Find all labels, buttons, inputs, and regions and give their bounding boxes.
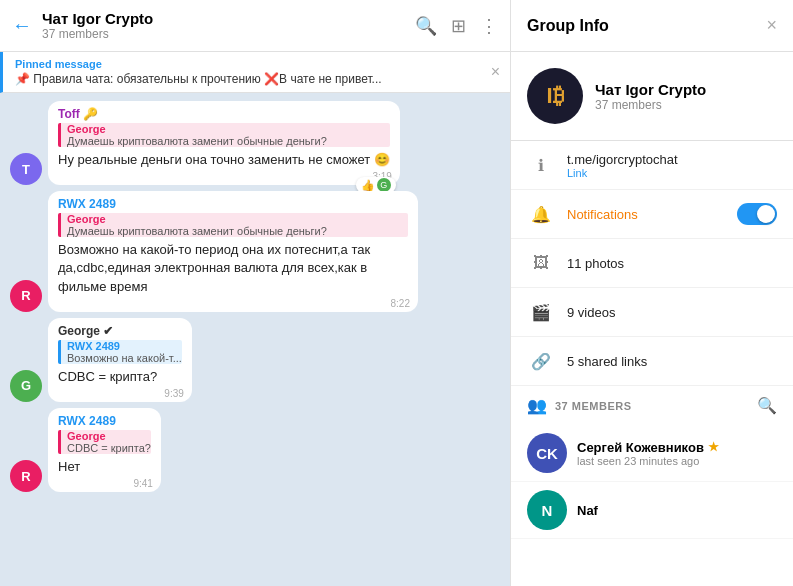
table-row: R RWX 2489 George Думаешь криптовалюта з… [10, 191, 500, 312]
member-status: last seen 23 minutes ago [577, 455, 777, 467]
link-row[interactable]: ℹ t.me/igorcryptochat Link [511, 141, 793, 190]
videos-label: 9 videos [567, 305, 615, 320]
quote-text: Думаешь криптовалюта заменит обычные ден… [67, 225, 367, 237]
layout-icon[interactable]: ⊞ [451, 15, 466, 37]
notifications-row[interactable]: 🔔 Notifications [511, 190, 793, 239]
quote-author: RWX 2489 [67, 340, 182, 352]
sender-name: Toff 🔑 [58, 107, 390, 121]
group-member-count: 37 members [595, 98, 706, 112]
link-label: Link [567, 167, 777, 179]
chat-header: ← Чат Igor Crypto 37 members 🔍 ⊞ ⋮ [0, 0, 510, 52]
message-time: 8:22 [391, 298, 410, 309]
notifications-content: Notifications [567, 207, 725, 222]
avatar: T [10, 153, 42, 185]
chat-members-count: 37 members [42, 27, 415, 41]
chat-header-info: Чат Igor Crypto 37 members [42, 10, 415, 41]
chat-area: T Toff 🔑 George Думаешь криптовалюта зам… [0, 93, 510, 586]
member-info: Naf [577, 503, 777, 518]
pinned-close-button[interactable]: × [491, 63, 500, 81]
sender-name: RWX 2489 [58, 414, 151, 428]
table-row: R RWX 2489 George CDBC = крипта? Нет 9:4… [10, 408, 500, 492]
sender-name: George ✔ [58, 324, 182, 338]
message-bubble: RWX 2489 George CDBC = крипта? Нет 9:41 [48, 408, 161, 492]
message-time: 9:41 [133, 478, 152, 489]
bell-icon: 🔔 [527, 200, 555, 228]
message-text: Ну реальные деньги она точно заменить не… [58, 151, 390, 169]
chat-title: Чат Igor Crypto [42, 10, 415, 27]
more-icon[interactable]: ⋮ [480, 15, 498, 37]
videos-row[interactable]: 🎬 9 videos [511, 288, 793, 337]
member-search-icon[interactable]: 🔍 [757, 396, 777, 415]
toggle-circle [757, 205, 775, 223]
message-text: Возможно на какой-то период она их потес… [58, 241, 408, 296]
members-count-label: 37 MEMBERS [555, 400, 632, 412]
video-icon: 🎬 [527, 298, 555, 326]
message-text: CDBC = крипта? [58, 368, 182, 386]
photos-label: 11 photos [567, 256, 624, 271]
shared-links-label: 5 shared links [567, 354, 647, 369]
star-icon: ★ [708, 440, 719, 454]
photos-row[interactable]: 🖼 11 photos [511, 239, 793, 288]
quote-author: George [67, 213, 408, 225]
search-icon[interactable]: 🔍 [415, 15, 437, 37]
notifications-toggle[interactable] [737, 203, 777, 225]
sender-name: RWX 2489 [58, 197, 408, 211]
list-item[interactable]: N Naf [511, 482, 793, 539]
member-name: Naf [577, 503, 777, 518]
quote-text: Думаешь криптовалюта заменит обычные ден… [67, 135, 367, 147]
members-icon: 👥 [527, 396, 547, 415]
message-bubble: George ✔ RWX 2489 Возможно на какой-т...… [48, 318, 192, 402]
chat-panel: ← Чат Igor Crypto 37 members 🔍 ⊞ ⋮ Pinne… [0, 0, 510, 586]
message-text: Нет [58, 458, 151, 476]
pinned-message[interactable]: Pinned message 📌 Правила чата: обязатель… [0, 52, 510, 93]
group-name: Чат Igor Crypto [595, 81, 706, 98]
group-identity: Чат Igor Crypto 37 members [595, 81, 706, 112]
avatar: R [10, 460, 42, 492]
avatar: G [10, 370, 42, 402]
quote-author: George [67, 123, 390, 135]
quoted-message: George Думаешь криптовалюта заменит обыч… [58, 123, 390, 147]
quoted-message: George Думаешь криптовалюта заменит обыч… [58, 213, 408, 237]
members-section-header: 👥 37 MEMBERS 🔍 [511, 386, 793, 425]
list-item[interactable]: CK Сергей Кожевников ★ last seen 23 minu… [511, 425, 793, 482]
photo-icon: 🖼 [527, 249, 555, 277]
shared-links-row[interactable]: 🔗 5 shared links [511, 337, 793, 386]
notifications-label: Notifications [567, 207, 725, 222]
pinned-text: 📌 Правила чата: обязательны к прочтению … [15, 72, 445, 86]
group-link: t.me/igorcryptochat [567, 152, 777, 167]
pin-icon: 📌 [15, 72, 30, 86]
message-bubble: Toff 🔑 George Думаешь криптовалюта замен… [48, 101, 400, 185]
panel-header: Group Info × [511, 0, 793, 52]
table-row: G George ✔ RWX 2489 Возможно на какой-т.… [10, 318, 500, 402]
avatar: CK [527, 433, 567, 473]
quote-author: George [67, 430, 151, 442]
avatar: N [527, 490, 567, 530]
quoted-message: RWX 2489 Возможно на какой-т... [58, 340, 182, 364]
link-icon: 🔗 [527, 347, 555, 375]
close-button[interactable]: × [766, 15, 777, 36]
message-bubble: RWX 2489 George Думаешь криптовалюта зам… [48, 191, 418, 312]
back-button[interactable]: ← [12, 14, 32, 37]
message-time: 9:39 [164, 388, 183, 399]
group-info-panel: Group Info × I₿ Чат Igor Crypto 37 membe… [510, 0, 793, 586]
group-avatar: I₿ [527, 68, 583, 124]
group-info-header: I₿ Чат Igor Crypto 37 members [511, 52, 793, 141]
quote-text: Возможно на какой-т... [67, 352, 182, 364]
header-icons: 🔍 ⊞ ⋮ [415, 15, 498, 37]
quote-text: CDBC = крипта? [67, 442, 151, 454]
link-content: t.me/igorcryptochat Link [567, 152, 777, 179]
group-avatar-text: I₿ [546, 83, 563, 109]
panel-title: Group Info [527, 17, 609, 35]
member-name: Сергей Кожевников ★ [577, 440, 777, 455]
table-row: T Toff 🔑 George Думаешь криптовалюта зам… [10, 101, 500, 185]
avatar: R [10, 280, 42, 312]
info-icon: ℹ [527, 151, 555, 179]
member-info: Сергей Кожевников ★ last seen 23 minutes… [577, 440, 777, 467]
pinned-label: Pinned message [15, 58, 483, 70]
quoted-message: George CDBC = крипта? [58, 430, 151, 454]
